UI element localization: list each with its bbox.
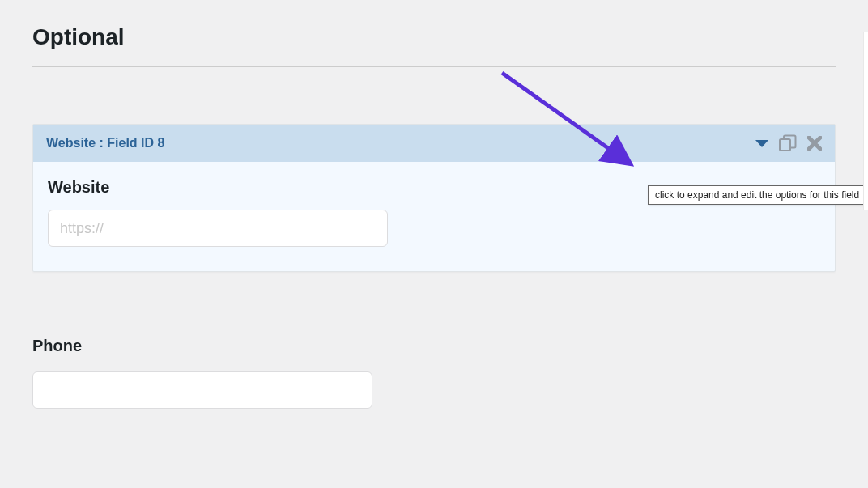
field-header: Website : Field ID 8 [33,125,835,162]
field-body: Website [33,162,835,271]
section-title: Optional [32,24,836,67]
svg-rect-0 [780,139,790,151]
field-header-title: Website : Field ID 8 [46,136,164,151]
duplicate-icon[interactable] [778,134,798,152]
field-phone: Phone [32,337,836,409]
field-label-phone: Phone [32,337,836,355]
right-panel-edge [863,32,868,210]
tooltip: click to expand and edit the options for… [648,185,866,205]
phone-input[interactable] [32,371,372,409]
field-header-actions [755,134,822,152]
website-input[interactable] [48,210,388,247]
close-icon[interactable] [807,136,822,151]
expand-caret-icon[interactable] [755,140,768,147]
